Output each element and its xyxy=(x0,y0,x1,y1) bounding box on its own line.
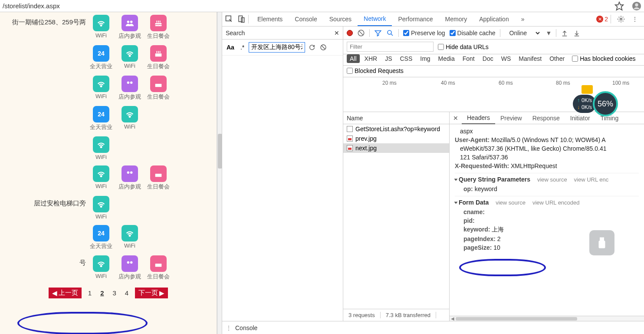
svg-marker-0 xyxy=(615,2,623,10)
disable-cache-checkbox[interactable]: Disable cache xyxy=(450,30,496,36)
record-button[interactable] xyxy=(347,30,353,36)
people-icon xyxy=(122,76,138,92)
svg-rect-14 xyxy=(160,51,161,53)
svg-point-27 xyxy=(101,265,102,267)
search-input[interactable] xyxy=(249,42,305,53)
upload-icon[interactable] xyxy=(561,29,568,37)
network-filter-row: Hide data URLs xyxy=(343,40,644,54)
search-icon[interactable] xyxy=(386,29,394,37)
page-1[interactable]: 1 xyxy=(86,288,94,298)
svg-point-29 xyxy=(130,261,133,264)
case-toggle[interactable]: Aa xyxy=(225,43,236,52)
filter-xhr[interactable]: XHR xyxy=(361,54,381,63)
request-detail: ✕ Headers Preview Response Initiator Tim… xyxy=(450,112,644,321)
tab-sources[interactable]: Sources xyxy=(323,13,358,26)
filter-icon[interactable] xyxy=(374,29,382,37)
preserve-log-checkbox[interactable]: Preserve log xyxy=(403,30,445,36)
blocked-requests-checkbox[interactable]: Blocked Requests xyxy=(347,67,641,74)
filter-ws[interactable]: WS xyxy=(498,54,514,63)
svg-point-37 xyxy=(388,30,391,34)
wifi-icon xyxy=(122,225,138,241)
console-drawer[interactable]: ⋮ Console xyxy=(222,321,644,334)
filter-media[interactable]: Media xyxy=(435,54,458,63)
cake-icon xyxy=(150,45,167,62)
tab-network[interactable]: Network xyxy=(358,12,392,26)
cake-icon xyxy=(150,76,167,92)
wifi-icon xyxy=(122,106,138,122)
cake-icon xyxy=(150,15,167,31)
filter-css[interactable]: CSS xyxy=(397,54,415,63)
blocked-cookies-checkbox[interactable]: Has blocked cookies xyxy=(572,55,635,62)
tab-memory[interactable]: Memory xyxy=(439,13,473,26)
filter-all[interactable]: All xyxy=(347,54,360,63)
detail-tab-headers[interactable]: Headers xyxy=(462,112,495,124)
search-title: Search xyxy=(226,30,245,36)
page-2[interactable]: 2 xyxy=(98,288,106,298)
search-pane: Search ✕ Aa .* xyxy=(222,26,343,321)
gear-icon[interactable] xyxy=(614,15,628,23)
svg-point-23 xyxy=(130,172,133,174)
svg-point-5 xyxy=(130,21,133,23)
filter-font[interactable]: Font xyxy=(460,54,478,63)
filter-input[interactable] xyxy=(347,42,434,52)
tab-elements[interactable]: Elements xyxy=(251,13,289,26)
filter-types: All XHR JS CSS Img Media Font Doc WS Man… xyxy=(347,54,568,63)
refresh-icon[interactable] xyxy=(308,43,316,52)
request-row[interactable]: next.jpg xyxy=(343,143,449,153)
next-page-button[interactable]: 下一页▶ xyxy=(135,288,168,298)
detail-tab-preview[interactable]: Preview xyxy=(495,112,527,124)
tab-application[interactable]: Application xyxy=(473,13,515,26)
filter-img[interactable]: Img xyxy=(417,54,433,63)
vip-badge-icon xyxy=(582,85,593,94)
horizontal-scrollbar[interactable]: ◀ xyxy=(450,316,644,321)
request-row[interactable]: prev.jpg xyxy=(343,134,449,143)
allday-icon: 24 xyxy=(93,45,109,62)
filter-manifest[interactable]: Manifest xyxy=(516,54,545,63)
device-icon[interactable] xyxy=(237,15,246,23)
request-list: Name GetStoreList.ashx?op=keyword prev.j… xyxy=(343,112,450,321)
wifi-icon xyxy=(93,76,109,92)
clear-icon[interactable] xyxy=(357,29,365,37)
filter-doc[interactable]: Doc xyxy=(480,54,496,63)
store-address: 号 xyxy=(3,255,86,267)
close-icon[interactable]: ✕ xyxy=(334,30,339,36)
splitter[interactable] xyxy=(217,12,222,334)
hide-urls-checkbox[interactable]: Hide data URLs xyxy=(438,43,489,50)
kebab-icon[interactable]: ⋮ xyxy=(226,324,231,331)
user-icon[interactable] xyxy=(632,1,641,11)
clear-icon[interactable] xyxy=(319,43,328,52)
tab-performance[interactable]: Performance xyxy=(392,13,439,26)
kebab-icon[interactable]: ⋮ xyxy=(628,16,641,23)
page-4[interactable]: 4 xyxy=(123,288,131,298)
svg-point-21 xyxy=(101,175,102,177)
throttle-select[interactable]: Online xyxy=(505,28,542,38)
prev-page-button[interactable]: ◀上一页 xyxy=(49,288,82,298)
usb-icon[interactable] xyxy=(589,230,614,255)
close-detail-icon[interactable]: ✕ xyxy=(450,115,462,122)
cake-icon xyxy=(150,165,167,182)
filter-js[interactable]: JS xyxy=(382,54,395,63)
filter-other[interactable]: Other xyxy=(546,54,568,63)
allday-icon: 24 xyxy=(93,225,109,241)
store-address: 街一期铺位258、259号两 xyxy=(3,15,86,26)
tab-console[interactable]: Console xyxy=(289,13,323,26)
page-3[interactable]: 3 xyxy=(111,288,118,298)
wifi-icon xyxy=(93,15,109,31)
name-header[interactable]: Name xyxy=(343,112,449,124)
svg-rect-30 xyxy=(155,264,162,267)
system-monitor-widget[interactable]: ↑0K/s ↓0K/s 56% xyxy=(573,91,618,116)
svg-rect-24 xyxy=(155,174,162,177)
annotation-circle xyxy=(17,312,148,334)
inspect-icon[interactable] xyxy=(225,15,233,23)
devtools-pane: Elements Console Sources Network Perform… xyxy=(222,12,644,334)
star-icon[interactable] xyxy=(614,1,624,11)
request-row[interactable]: GetStoreList.ashx?op=keyword xyxy=(343,124,449,134)
tab-more[interactable]: » xyxy=(515,13,531,26)
download-icon[interactable] xyxy=(573,29,581,37)
cpu-percent: 56% xyxy=(593,91,618,116)
regex-toggle[interactable]: .* xyxy=(239,43,246,52)
error-badge-icon[interactable]: ✕ xyxy=(596,16,603,23)
image-icon xyxy=(347,136,353,142)
svg-point-34 xyxy=(620,18,622,20)
detail-tab-response[interactable]: Response xyxy=(527,112,565,124)
